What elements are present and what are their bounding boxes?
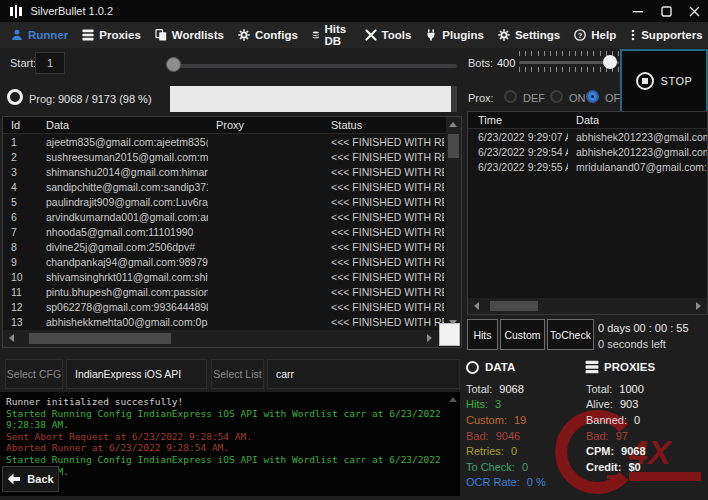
row-data: shivamsinghrkt011@gmail.com:shiv: [38, 271, 208, 283]
result-row[interactable]: 4sandipchitte@gmail.com:sandip371<<< FIN…: [3, 179, 444, 194]
stat-value: 0: [522, 461, 528, 473]
row-status: <<< FINISHED WITH RES: [323, 196, 444, 208]
bots-label: Bots:: [468, 57, 493, 69]
tab-tocheck[interactable]: ToCheck: [547, 319, 594, 350]
log-scroll-up-icon[interactable]: [449, 397, 457, 402]
result-row[interactable]: 8divine25j@gmail.com:2506dpv#<<< FINISHE…: [3, 239, 444, 254]
col-header-data: Data: [38, 119, 208, 131]
proxies-stats-list: Total:1000Alive:903Banned:0Bad:97CPM:906…: [586, 381, 646, 475]
row-data: shimanshu2014@gmail.com:himans: [38, 166, 208, 178]
svg-text:?: ?: [578, 31, 583, 40]
prox-def-label: DEF: [523, 92, 545, 104]
tab-hits[interactable]: Hits: [467, 319, 498, 350]
prox-radio-off[interactable]: [586, 90, 599, 103]
menu-item-wordlists[interactable]: Wordlists: [148, 22, 231, 48]
row-id: 6: [3, 211, 38, 223]
stat-row: Credit:$0: [586, 459, 646, 475]
horizontal-scroll-thumb[interactable]: [490, 301, 538, 311]
back-arrow-icon: [7, 473, 21, 485]
wordlist-name-field[interactable]: carr: [267, 359, 460, 389]
result-row[interactable]: 6arvindkumarnda001@gmail.com:arv<<< FINI…: [3, 209, 444, 224]
row-status: <<< FINISHED WITH RES: [323, 136, 444, 148]
stat-label: CPM:: [586, 445, 614, 457]
result-row[interactable]: 10shivamsinghrkt011@gmail.com:shiv<<< FI…: [3, 269, 444, 284]
progress-radio[interactable]: [7, 89, 23, 105]
menu-item-hits-db[interactable]: Hits DB: [305, 22, 358, 48]
result-row[interactable]: 3shimanshu2014@gmail.com:himans<<< FINIS…: [3, 164, 444, 179]
row-id: 5: [3, 196, 38, 208]
hit-row[interactable]: 6/23/2022 9:29:55 AMmridulanand07@gmail.…: [468, 159, 707, 174]
menu-item-proxies[interactable]: Proxies: [75, 22, 148, 48]
hit-time: 6/23/2022 9:29:07 AM: [468, 131, 568, 143]
window-title: SilverBullet 1.0.2: [31, 5, 114, 17]
menu-item-plugins[interactable]: Plugins: [418, 22, 491, 48]
row-data: chandpankaj94@gmail.com:989791: [38, 256, 208, 268]
result-row[interactable]: 1ajeetm835@gmail.com:ajeetm835@<<< FINIS…: [3, 134, 444, 149]
results-horizontal-scrollbar[interactable]: [3, 330, 438, 347]
result-row[interactable]: 2sushreesuman2015@gmail.com:mai<<< FINIS…: [3, 149, 444, 164]
scroll-left-icon[interactable]: [9, 334, 14, 342]
stat-row: To Check:0: [466, 459, 546, 475]
log-line: Started Running Config IndianExpress iOS…: [6, 408, 454, 431]
proxies-stats-title: PROXIES: [604, 361, 655, 373]
hit-row[interactable]: 6/23/2022 9:29:07 AMabhishek201223@gmail…: [468, 129, 707, 144]
supporters-dots-icon: [630, 29, 636, 41]
scroll-up-icon[interactable]: [449, 122, 457, 127]
maximize-icon[interactable]: [652, 0, 680, 22]
minimize-icon[interactable]: [624, 0, 652, 22]
database-icon: [312, 29, 320, 41]
result-row[interactable]: 7nhooda5@gmail.com:11101990<<< FINISHED …: [3, 224, 444, 239]
row-data: abhishekkmehta00@gmail.com:0pa: [38, 316, 208, 328]
prox-radio-on[interactable]: [550, 90, 563, 103]
config-name-field[interactable]: IndianExpress iOS API: [66, 359, 207, 389]
row-data: divine25j@gmail.com:2506dpv#: [38, 241, 208, 253]
tab-custom[interactable]: Custom: [500, 319, 545, 350]
start-input[interactable]: 1: [35, 52, 65, 74]
result-row[interactable]: 9chandpankaj94@gmail.com:989791<<< FINIS…: [3, 254, 444, 269]
row-data: sushreesuman2015@gmail.com:mai: [38, 151, 208, 163]
menu-item-tools[interactable]: Tools: [358, 22, 419, 48]
progress-bar: [170, 86, 457, 112]
bots-slider-handle[interactable]: [603, 55, 617, 69]
select-list-button[interactable]: Select List: [211, 359, 264, 389]
proxies-stack-icon: [82, 29, 94, 41]
wordlists-copy-icon: [155, 29, 167, 41]
stat-label: Total:: [586, 383, 612, 395]
result-row[interactable]: 12sp062278@gmail.com:9936444898<<< FINIS…: [3, 299, 444, 314]
menu-item-configs[interactable]: Configs: [231, 22, 305, 48]
menu-item-settings[interactable]: Settings: [491, 22, 567, 48]
row-id: 12: [3, 301, 38, 313]
data-stats-title: DATA: [485, 361, 515, 373]
hit-data: abhishek201223@gmail.com:e: [568, 146, 707, 158]
runner-person-icon: [11, 29, 23, 41]
menu-bar: Runner Proxies Wordlists Configs Hits DB…: [0, 22, 708, 48]
menu-item-help[interactable]: ? Help: [567, 22, 623, 48]
prox-radio-def[interactable]: [504, 90, 517, 103]
start-slider[interactable]: [170, 64, 457, 68]
select-cfg-button[interactable]: Select CFG: [5, 359, 63, 389]
result-row[interactable]: 13abhishekkmehta00@gmail.com:0pa<<< FINI…: [3, 314, 444, 329]
horizontal-scroll-thumb[interactable]: [29, 333, 171, 344]
vertical-scroll-thumb[interactable]: [448, 134, 459, 158]
hit-row[interactable]: 6/23/2022 9:29:54 AMabhishek201223@gmail…: [468, 144, 707, 159]
menu-item-runner[interactable]: Runner: [4, 22, 75, 48]
row-status: <<< FINISHED WITH RES: [323, 241, 444, 253]
time-left: 0 seconds left: [598, 338, 666, 350]
hits-horizontal-scrollbar[interactable]: [468, 298, 707, 314]
stop-button[interactable]: STOP: [620, 49, 708, 113]
back-button[interactable]: Back: [2, 466, 59, 492]
close-icon[interactable]: [680, 0, 708, 22]
results-vertical-scrollbar[interactable]: [446, 117, 461, 329]
menu-item-supporters[interactable]: Supporters: [623, 22, 708, 48]
result-row[interactable]: 11pintu.bhupesh@gmail.com:passionj<<< FI…: [3, 284, 444, 299]
results-table: Id Data Proxy Status 1ajeetm835@gmail.co…: [2, 116, 462, 348]
scroll-right-icon[interactable]: [427, 334, 432, 342]
scroll-left-icon[interactable]: [474, 302, 479, 310]
stat-label: Retries:: [466, 445, 504, 457]
start-slider-handle[interactable]: [166, 57, 181, 72]
col-header-proxy: Proxy: [208, 119, 323, 131]
settings-gear-icon: [498, 29, 510, 41]
scroll-right-icon[interactable]: [696, 302, 701, 310]
result-row[interactable]: 5paulindrajit909@gmail.com:Luv6raja<<< F…: [3, 194, 444, 209]
data-stats-list: Total:9068Hits:3Custom:19Bad:9046Retries…: [466, 381, 546, 490]
